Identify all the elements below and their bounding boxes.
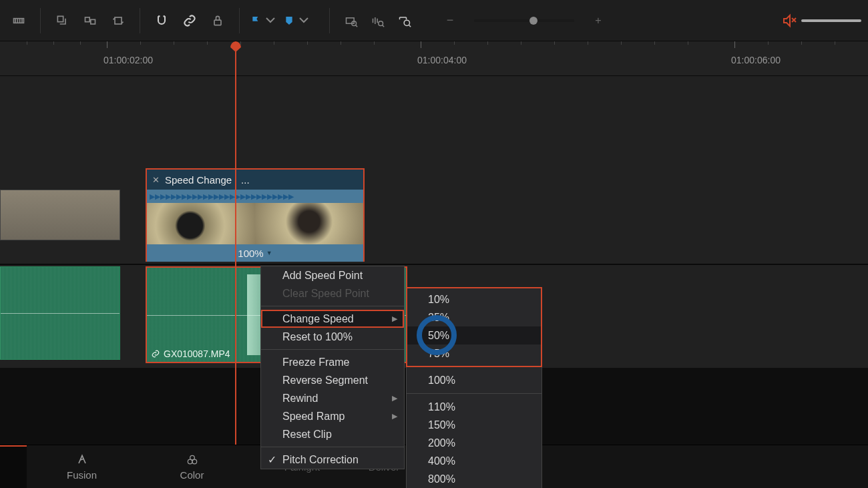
menu-rewind[interactable]: Rewind▶ bbox=[261, 389, 404, 407]
toolbar: − + bbox=[0, 0, 868, 41]
snap-icon[interactable] bbox=[150, 9, 174, 33]
svg-point-12 bbox=[192, 459, 197, 464]
link-icon[interactable] bbox=[178, 9, 202, 33]
ruler-tick: 01:00:04:00 bbox=[417, 55, 467, 65]
change-speed-submenu: 10% 25% 50% 75% 100% 110% 150% 200% 400%… bbox=[406, 287, 542, 488]
menu-reset-clip[interactable]: Reset Clip bbox=[261, 425, 404, 443]
flag-icon[interactable] bbox=[249, 9, 278, 33]
svg-rect-2 bbox=[85, 17, 90, 22]
chevron-right-icon: ▶ bbox=[392, 394, 397, 403]
speed-10[interactable]: 10% bbox=[407, 290, 541, 308]
tab-fusion[interactable]: Fusion bbox=[27, 445, 137, 488]
video-clip-speed[interactable]: ✕ Speed Change ... ▶▶▶▶▶▶▶▶▶▶▶▶▶▶▶▶▶▶▶▶▶… bbox=[146, 168, 365, 262]
retime-arrows: ▶▶▶▶▶▶▶▶▶▶▶▶▶▶▶▶▶▶▶▶▶▶▶▶▶▶▶ bbox=[147, 190, 363, 203]
volume-slider[interactable] bbox=[801, 19, 861, 22]
svg-rect-4 bbox=[115, 17, 122, 24]
clip-header: ✕ Speed Change ... bbox=[147, 170, 363, 190]
stacked-icon[interactable] bbox=[50, 9, 74, 33]
video-clip-left[interactable] bbox=[0, 190, 120, 240]
svg-rect-1 bbox=[57, 16, 63, 21]
tab-color[interactable]: Color bbox=[137, 445, 247, 488]
clip-speed-footer[interactable]: 100% ▼ bbox=[147, 244, 363, 262]
zoom-detail-icon[interactable] bbox=[366, 9, 390, 33]
mute-button[interactable] bbox=[781, 13, 861, 29]
svg-rect-6 bbox=[347, 17, 355, 23]
zoom-full-icon[interactable] bbox=[339, 9, 363, 33]
speed-100[interactable]: 100% bbox=[407, 371, 541, 389]
menu-reset-100[interactable]: Reset to 100% bbox=[261, 328, 404, 346]
clip-speed-label: 100% bbox=[238, 248, 263, 259]
svg-point-11 bbox=[188, 459, 192, 464]
menu-add-speed-point[interactable]: Add Speed Point bbox=[261, 266, 404, 284]
dual-icon[interactable] bbox=[78, 9, 102, 33]
svg-rect-3 bbox=[91, 19, 95, 24]
chevron-right-icon: ▶ bbox=[392, 412, 397, 421]
audio-clip-left[interactable] bbox=[0, 266, 120, 360]
speed-50[interactable]: 50% bbox=[407, 326, 541, 344]
menu-freeze-frame[interactable]: Freeze Frame bbox=[261, 353, 404, 371]
menu-clear-speed-point: Clear Speed Point bbox=[261, 284, 404, 302]
speed-800[interactable]: 800% bbox=[407, 470, 541, 488]
menu-reverse-segment[interactable]: Reverse Segment bbox=[261, 371, 404, 389]
speed-110[interactable]: 110% bbox=[407, 398, 541, 416]
ruler-tick: 01:00:02:00 bbox=[103, 55, 153, 65]
zoom-group bbox=[339, 9, 417, 33]
retime-context-menu: Add Speed Point Clear Speed Point Change… bbox=[260, 266, 405, 469]
check-icon: ✓ bbox=[268, 453, 276, 466]
speed-400[interactable]: 400% bbox=[407, 452, 541, 470]
menu-pitch-correction[interactable]: ✓ Pitch Correction bbox=[261, 451, 404, 469]
chevron-right-icon: ▶ bbox=[392, 314, 397, 323]
speed-75[interactable]: 75% bbox=[407, 344, 541, 362]
chevron-down-icon: ▼ bbox=[266, 250, 272, 256]
lock-icon[interactable] bbox=[206, 9, 230, 33]
playhead[interactable] bbox=[235, 41, 236, 445]
zoom-in-icon[interactable]: + bbox=[586, 9, 610, 33]
timeline-ruler[interactable]: 01:00:02:00 01:00:04:00 01:00:06:00 bbox=[0, 41, 868, 76]
svg-point-8 bbox=[379, 21, 383, 25]
speed-150[interactable]: 150% bbox=[407, 416, 541, 434]
speed-200[interactable]: 200% bbox=[407, 434, 541, 452]
zoom-custom-icon[interactable] bbox=[393, 9, 417, 33]
menu-speed-ramp[interactable]: Speed Ramp▶ bbox=[261, 407, 404, 425]
clip-title: Speed Change bbox=[165, 174, 232, 186]
zoom-thumb[interactable] bbox=[529, 17, 537, 25]
audio-filename: GX010087.MP4 bbox=[151, 348, 230, 359]
zoom-slider[interactable] bbox=[474, 19, 574, 22]
timeline-options-icon[interactable] bbox=[7, 9, 31, 33]
svg-point-9 bbox=[404, 20, 409, 25]
svg-rect-5 bbox=[214, 20, 221, 25]
clip-thumbnails bbox=[147, 203, 363, 244]
close-icon[interactable]: ✕ bbox=[152, 175, 160, 185]
zoom-out-icon[interactable]: − bbox=[438, 9, 462, 33]
clip-title-ellipsis: ... bbox=[241, 174, 250, 186]
menu-change-speed[interactable]: Change Speed▶ bbox=[261, 310, 404, 328]
swap-icon[interactable] bbox=[106, 9, 130, 33]
marker-icon[interactable] bbox=[282, 9, 312, 33]
speed-25[interactable]: 25% bbox=[407, 308, 541, 326]
ruler-tick: 01:00:06:00 bbox=[731, 55, 781, 65]
